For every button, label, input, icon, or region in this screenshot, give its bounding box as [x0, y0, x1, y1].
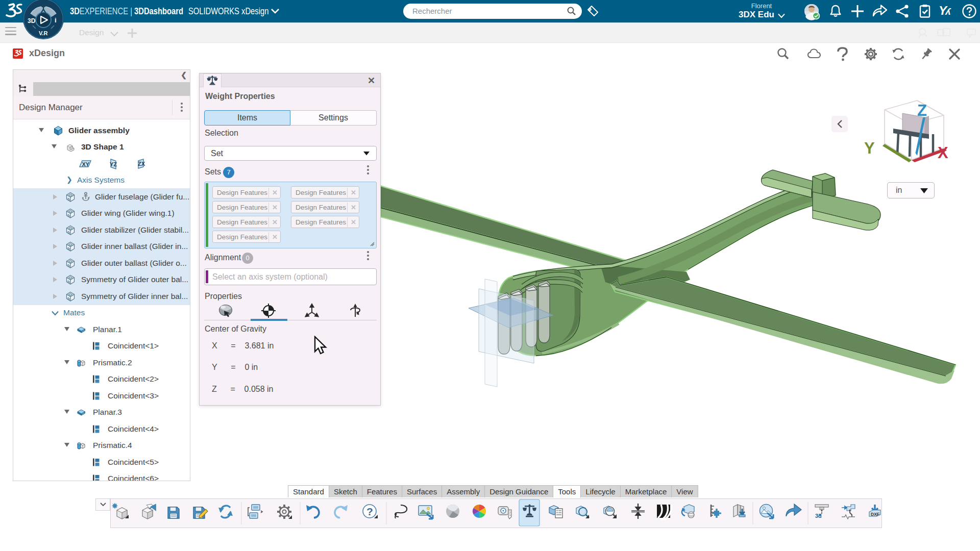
svg-text:Y: Y — [864, 139, 875, 157]
svg-text:DXF: DXF — [871, 512, 879, 517]
svg-text:3D: 3D — [28, 17, 36, 24]
svg-text:X: X — [938, 144, 948, 162]
svg-text:Z: Z — [917, 102, 927, 119]
svg-text:3d: 3d — [815, 513, 822, 519]
svg-text:?: ? — [366, 506, 373, 517]
svg-text:i: i — [55, 16, 57, 24]
svg-text:V.R: V.R — [39, 30, 47, 36]
